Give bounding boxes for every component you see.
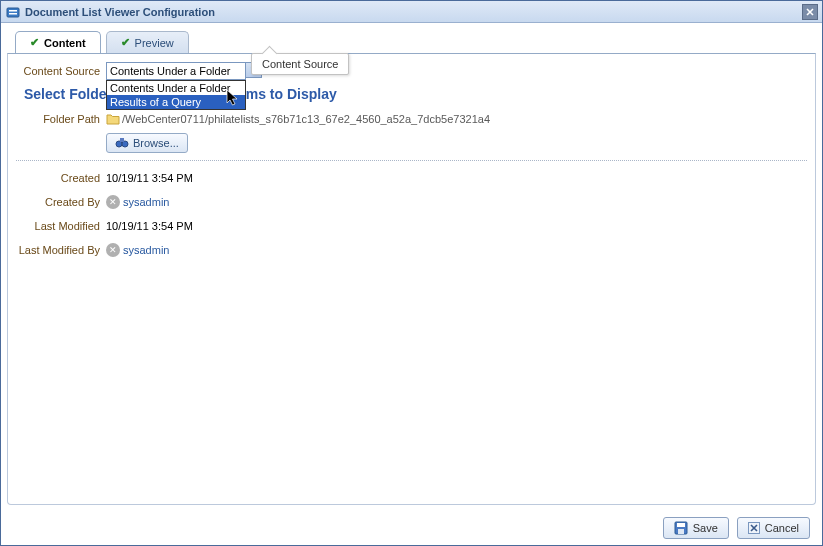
tooltip-content-source: Content Source xyxy=(251,53,349,75)
user-remove-icon: ✕ xyxy=(106,243,120,257)
svg-rect-1 xyxy=(9,10,17,12)
svg-rect-5 xyxy=(120,138,124,142)
close-button[interactable] xyxy=(802,4,818,20)
tab-preview-label: Preview xyxy=(135,37,174,49)
content-source-value: Contents Under a Folder xyxy=(110,65,230,77)
content-source-select-wrap: Contents Under a Folder ▼ Contents Under… xyxy=(106,62,262,80)
row-folder-path: Folder Path /WebCenter0711/philatelists_… xyxy=(16,108,807,130)
content-source-dropdown: Contents Under a Folder Results of a Que… xyxy=(106,80,246,110)
binoculars-icon xyxy=(115,136,129,150)
save-label: Save xyxy=(693,522,718,534)
check-icon: ✔ xyxy=(121,36,130,49)
content-source-label: Content Source xyxy=(16,65,106,77)
folder-path-value: /WebCenter0711/philatelists_s76b71c13_67… xyxy=(122,113,490,125)
separator xyxy=(16,160,807,161)
save-icon xyxy=(674,521,688,535)
dialog-footer: Save Cancel xyxy=(1,511,822,545)
option-results-of-query[interactable]: Results of a Query xyxy=(107,95,245,109)
row-created-by: Created By ✕ sysadmin xyxy=(16,191,807,213)
option-contents-under-folder[interactable]: Contents Under a Folder xyxy=(107,81,245,95)
svg-rect-2 xyxy=(9,13,17,15)
content-panel: Content Source Contents Under a Folder ▼… xyxy=(7,53,816,505)
config-dialog: Document List Viewer Configuration ✔ Con… xyxy=(0,0,823,546)
browse-button[interactable]: Browse... xyxy=(106,133,188,153)
last-modified-by-value[interactable]: sysadmin xyxy=(123,244,169,256)
cancel-button[interactable]: Cancel xyxy=(737,517,810,539)
section-title-prefix: Select Folde xyxy=(24,86,106,102)
last-modified-value: 10/19/11 3:54 PM xyxy=(106,220,193,232)
row-last-modified: Last Modified 10/19/11 3:54 PM xyxy=(16,215,807,237)
browse-label: Browse... xyxy=(133,137,179,149)
save-button[interactable]: Save xyxy=(663,517,729,539)
created-by-value[interactable]: sysadmin xyxy=(123,196,169,208)
row-content-source: Content Source Contents Under a Folder ▼… xyxy=(16,60,807,82)
tab-content-label: Content xyxy=(44,37,86,49)
cancel-label: Cancel xyxy=(765,522,799,534)
row-created: Created 10/19/11 3:54 PM xyxy=(16,167,807,189)
svg-rect-8 xyxy=(678,529,684,534)
row-last-modified-by: Last Modified By ✕ sysadmin xyxy=(16,239,807,261)
cancel-icon xyxy=(748,522,760,534)
folder-icon xyxy=(106,113,120,125)
created-label: Created xyxy=(16,172,106,184)
tabstrip: ✔ Content ✔ Preview Content Source xyxy=(1,23,822,53)
titlebar: Document List Viewer Configuration xyxy=(1,1,822,23)
last-modified-label: Last Modified xyxy=(16,220,106,232)
created-by-label: Created By xyxy=(16,196,106,208)
folder-path-label: Folder Path xyxy=(16,113,106,125)
app-icon xyxy=(5,4,21,20)
tab-preview[interactable]: ✔ Preview xyxy=(106,31,189,53)
tab-content[interactable]: ✔ Content xyxy=(15,31,101,53)
window-title: Document List Viewer Configuration xyxy=(25,6,802,18)
check-icon: ✔ xyxy=(30,36,39,49)
svg-rect-7 xyxy=(677,523,685,527)
last-modified-by-label: Last Modified By xyxy=(16,244,106,256)
svg-rect-0 xyxy=(7,8,19,17)
created-value: 10/19/11 3:54 PM xyxy=(106,172,193,184)
row-browse: Browse... xyxy=(16,132,807,154)
user-remove-icon: ✕ xyxy=(106,195,120,209)
tooltip-text: Content Source xyxy=(262,58,338,70)
content-source-select[interactable]: Contents Under a Folder xyxy=(106,62,246,80)
